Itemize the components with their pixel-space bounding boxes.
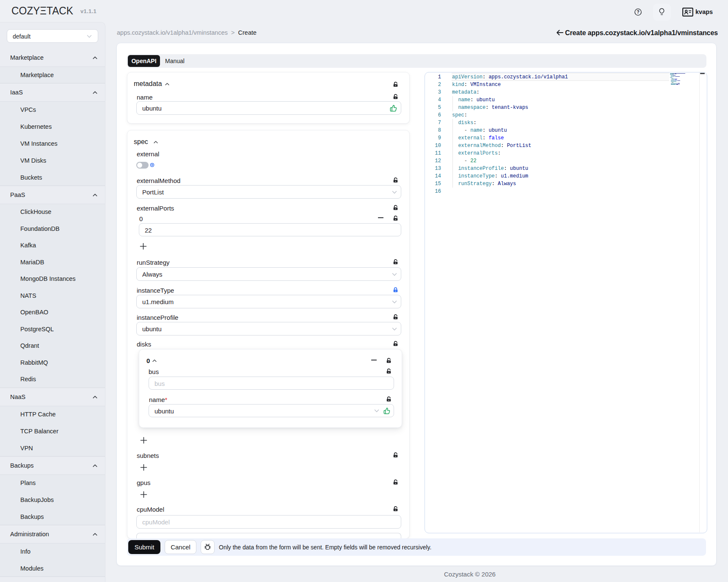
svg-text:?: ? [637, 9, 639, 14]
